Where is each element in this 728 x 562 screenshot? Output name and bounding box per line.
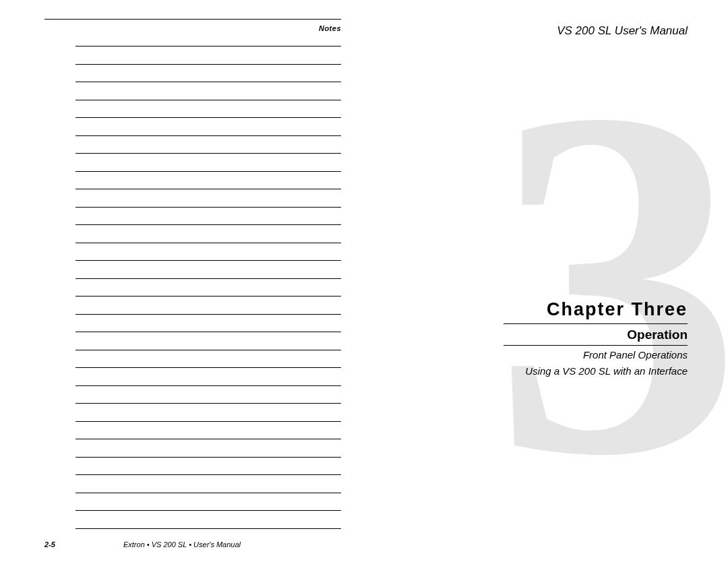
note-line bbox=[75, 171, 341, 172]
note-line bbox=[75, 296, 341, 296]
note-line bbox=[75, 367, 341, 368]
note-line bbox=[75, 64, 341, 65]
note-line bbox=[75, 439, 341, 439]
manual-title: VS 200 SL User's Manual bbox=[557, 24, 688, 38]
note-line bbox=[75, 493, 341, 493]
chapter-title: Chapter Three bbox=[547, 299, 688, 320]
note-line bbox=[75, 117, 341, 118]
note-line bbox=[75, 82, 341, 82]
note-line bbox=[75, 510, 341, 511]
left-content: Notes bbox=[44, 19, 341, 535]
note-line bbox=[75, 207, 341, 208]
note-line bbox=[75, 332, 341, 332]
subsection-2: Using a VS 200 SL with an Interface bbox=[525, 365, 688, 377]
notes-header-label: Notes bbox=[319, 24, 341, 32]
note-line bbox=[75, 278, 341, 279]
note-line bbox=[75, 135, 341, 136]
divider-rule bbox=[504, 323, 688, 324]
note-line bbox=[75, 457, 341, 458]
note-line bbox=[75, 421, 341, 422]
note-lines-area bbox=[75, 46, 341, 546]
note-line bbox=[75, 403, 341, 404]
left-page: Notes 2-5 Extron • VS 200 SL • User's Ma… bbox=[0, 0, 364, 562]
note-line bbox=[75, 153, 341, 154]
note-line bbox=[75, 528, 341, 529]
chapter-number-watermark: 3 bbox=[493, 58, 722, 507]
note-line bbox=[75, 385, 341, 386]
note-line bbox=[75, 224, 341, 225]
divider-rule bbox=[504, 345, 688, 346]
subsection-1: Front Panel Operations bbox=[583, 349, 688, 361]
note-line bbox=[75, 350, 341, 350]
note-line bbox=[75, 314, 341, 315]
note-line bbox=[75, 474, 341, 475]
footer-text: Extron • VS 200 SL • User's Manual bbox=[0, 540, 364, 549]
section-title: Operation bbox=[627, 327, 688, 342]
page-spread: Notes 2-5 Extron • VS 200 SL • User's Ma… bbox=[0, 0, 728, 562]
right-page: 3 VS 200 SL User's Manual Chapter Three … bbox=[364, 0, 728, 562]
note-line bbox=[75, 243, 341, 243]
top-rule bbox=[44, 19, 341, 20]
note-line bbox=[75, 189, 341, 189]
note-line bbox=[75, 260, 341, 261]
note-line bbox=[75, 100, 341, 100]
note-line bbox=[75, 46, 341, 46]
